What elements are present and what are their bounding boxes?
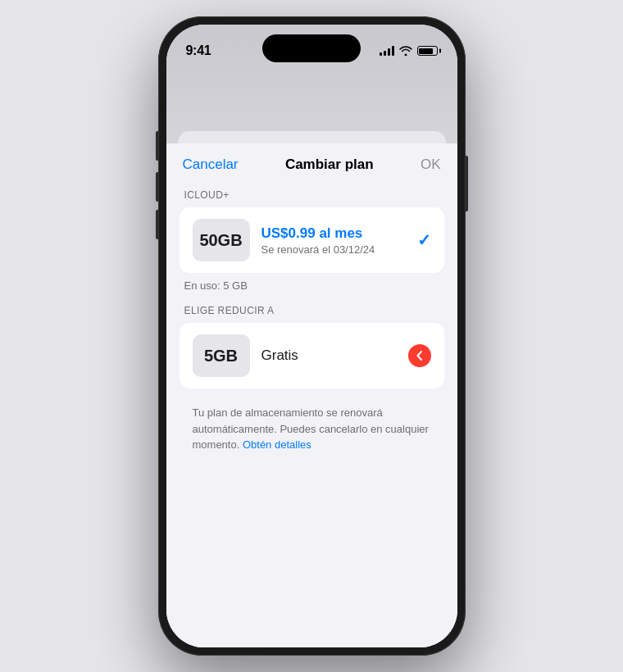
phone-frame: 9:41: [158, 16, 466, 656]
wifi-icon: [399, 46, 412, 56]
plan-50gb-price: US$0.99 al mes: [261, 225, 406, 242]
bottom-sheet: Cancelar Cambiar plan OK ICLOUD+ 50GB US…: [166, 143, 457, 647]
dynamic-island: [262, 34, 361, 62]
nav-bar: Cancelar Cambiar plan OK: [166, 143, 457, 181]
plan-5gb-card[interactable]: 5GB Gratis: [180, 323, 444, 388]
plan-50gb-renew: Se renovará el 03/12/24: [261, 243, 406, 256]
reduce-section-label: ELIGE REDUCIR A: [180, 297, 444, 323]
phone-screen: 9:41: [166, 25, 457, 647]
plan-50gb-info: US$0.99 al mes Se renovará el 03/12/24: [261, 225, 406, 256]
page-title: Cambiar plan: [285, 157, 374, 173]
status-time: 9:41: [186, 43, 211, 58]
footer-info: Tu plan de almacenamiento se renovará au…: [180, 388, 444, 453]
plan-5gb-size: 5GB: [193, 334, 250, 377]
icloud-section-label: ICLOUD+: [180, 181, 444, 207]
plan-50gb-card[interactable]: 50GB US$0.99 al mes Se renovará el 03/12…: [180, 207, 444, 273]
cancel-button[interactable]: Cancelar: [183, 157, 239, 173]
status-icons: [380, 46, 438, 56]
arrow-left-icon: [414, 350, 425, 361]
downgrade-button[interactable]: [408, 344, 431, 367]
battery-icon: [417, 46, 438, 56]
plan-50gb-size: 50GB: [193, 219, 250, 261]
usage-text: En uso: 5 GB: [180, 273, 444, 292]
selected-checkmark: ✓: [417, 230, 431, 250]
plan-5gb-label: Gratis: [261, 347, 397, 364]
ok-button[interactable]: OK: [421, 157, 441, 173]
content-area: ICLOUD+ 50GB US$0.99 al mes Se renovará …: [166, 181, 457, 453]
plan-5gb-info: Gratis: [261, 347, 397, 364]
footer-details-link[interactable]: Obtén detalles: [243, 438, 312, 451]
signal-icon: [380, 46, 394, 56]
